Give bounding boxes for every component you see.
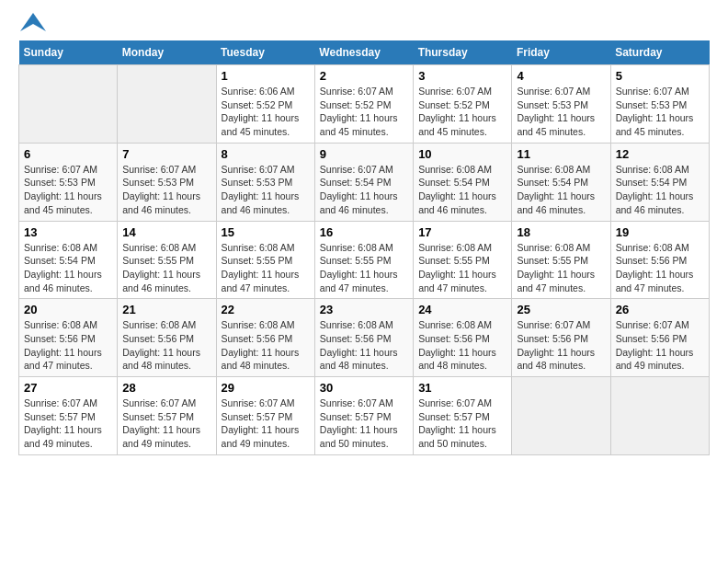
day-info: Sunrise: 6:07 AMSunset: 5:53 PMDaylight:…: [122, 163, 210, 217]
day-info: Sunrise: 6:08 AMSunset: 5:54 PMDaylight:…: [24, 241, 112, 295]
calendar-cell: 12Sunrise: 6:08 AMSunset: 5:54 PMDayligh…: [610, 143, 709, 221]
day-info: Sunrise: 6:07 AMSunset: 5:53 PMDaylight:…: [517, 85, 605, 139]
day-number: 26: [616, 303, 704, 316]
day-number: 31: [418, 381, 506, 395]
logo: [18, 18, 46, 31]
calendar-cell: 3Sunrise: 6:07 AMSunset: 5:52 PMDaylight…: [414, 65, 512, 144]
day-number: 11: [517, 147, 605, 161]
day-number: 15: [222, 225, 310, 239]
calendar-cell: 7Sunrise: 6:07 AMSunset: 5:53 PMDaylight…: [118, 143, 216, 221]
day-info: Sunrise: 6:08 AMSunset: 5:54 PMDaylight:…: [418, 163, 506, 217]
calendar-cell: 20Sunrise: 6:08 AMSunset: 5:56 PMDayligh…: [19, 299, 118, 377]
calendar-cell: 1Sunrise: 6:06 AMSunset: 5:52 PMDaylight…: [216, 65, 314, 144]
day-info: Sunrise: 6:08 AMSunset: 5:56 PMDaylight:…: [222, 318, 310, 373]
column-header-tuesday: Tuesday: [216, 40, 314, 65]
day-number: 24: [418, 303, 506, 316]
column-header-saturday: Saturday: [610, 40, 709, 65]
day-info: Sunrise: 6:06 AMSunset: 5:52 PMDaylight:…: [222, 85, 310, 139]
calendar-cell: 23Sunrise: 6:08 AMSunset: 5:56 PMDayligh…: [314, 299, 413, 377]
day-info: Sunrise: 6:07 AMSunset: 5:52 PMDaylight:…: [320, 85, 408, 139]
logo-arrow-icon: [20, 13, 46, 31]
day-info: Sunrise: 6:07 AMSunset: 5:57 PMDaylight:…: [418, 396, 506, 451]
day-number: 20: [24, 303, 112, 316]
day-number: 19: [616, 225, 704, 239]
calendar-cell: 14Sunrise: 6:08 AMSunset: 5:55 PMDayligh…: [118, 221, 216, 299]
day-number: 2: [320, 69, 408, 83]
day-number: 13: [24, 225, 112, 239]
day-number: 6: [24, 147, 112, 161]
calendar-cell: 8Sunrise: 6:07 AMSunset: 5:53 PMDaylight…: [216, 143, 314, 221]
calendar-cell: 21Sunrise: 6:08 AMSunset: 5:56 PMDayligh…: [118, 299, 216, 377]
calendar-week-row: 20Sunrise: 6:08 AMSunset: 5:56 PMDayligh…: [19, 299, 710, 377]
day-number: 22: [222, 303, 310, 316]
day-number: 12: [616, 147, 704, 161]
calendar-cell: [610, 377, 709, 455]
column-header-thursday: Thursday: [414, 40, 512, 65]
calendar-table: SundayMondayTuesdayWednesdayThursdayFrid…: [18, 40, 710, 455]
day-number: 17: [418, 225, 506, 239]
calendar-header-row: SundayMondayTuesdayWednesdayThursdayFrid…: [19, 40, 710, 65]
calendar-cell: [19, 65, 118, 144]
day-info: Sunrise: 6:08 AMSunset: 5:55 PMDaylight:…: [122, 241, 210, 295]
day-number: 25: [517, 303, 605, 316]
day-info: Sunrise: 6:08 AMSunset: 5:55 PMDaylight:…: [222, 241, 310, 295]
day-info: Sunrise: 6:07 AMSunset: 5:57 PMDaylight:…: [24, 396, 112, 451]
calendar-cell: 18Sunrise: 6:08 AMSunset: 5:55 PMDayligh…: [512, 221, 610, 299]
day-info: Sunrise: 6:07 AMSunset: 5:53 PMDaylight:…: [616, 85, 704, 139]
calendar-cell: 31Sunrise: 6:07 AMSunset: 5:57 PMDayligh…: [414, 377, 512, 455]
day-number: 28: [122, 381, 210, 395]
day-number: 23: [320, 303, 408, 316]
day-number: 27: [24, 381, 112, 395]
calendar-cell: 29Sunrise: 6:07 AMSunset: 5:57 PMDayligh…: [216, 377, 314, 455]
day-number: 9: [320, 147, 408, 161]
calendar-cell: 19Sunrise: 6:08 AMSunset: 5:56 PMDayligh…: [610, 221, 709, 299]
calendar-cell: 13Sunrise: 6:08 AMSunset: 5:54 PMDayligh…: [19, 221, 118, 299]
day-number: 3: [418, 69, 506, 83]
svg-marker-0: [20, 13, 46, 31]
day-number: 10: [418, 147, 506, 161]
day-info: Sunrise: 6:07 AMSunset: 5:56 PMDaylight:…: [616, 318, 704, 373]
day-info: Sunrise: 6:08 AMSunset: 5:56 PMDaylight:…: [418, 318, 506, 373]
page-header: [18, 18, 710, 31]
calendar-cell: [512, 377, 610, 455]
day-number: 7: [122, 147, 210, 161]
day-info: Sunrise: 6:07 AMSunset: 5:57 PMDaylight:…: [320, 396, 408, 451]
calendar-cell: 16Sunrise: 6:08 AMSunset: 5:55 PMDayligh…: [314, 221, 413, 299]
calendar-week-row: 6Sunrise: 6:07 AMSunset: 5:53 PMDaylight…: [19, 143, 710, 221]
day-number: 30: [320, 381, 408, 395]
calendar-cell: 2Sunrise: 6:07 AMSunset: 5:52 PMDaylight…: [314, 65, 413, 144]
column-header-sunday: Sunday: [19, 40, 118, 65]
day-info: Sunrise: 6:08 AMSunset: 5:55 PMDaylight:…: [517, 241, 605, 295]
calendar-cell: 6Sunrise: 6:07 AMSunset: 5:53 PMDaylight…: [19, 143, 118, 221]
calendar-cell: 9Sunrise: 6:07 AMSunset: 5:54 PMDaylight…: [314, 143, 413, 221]
day-number: 5: [616, 69, 704, 83]
day-info: Sunrise: 6:07 AMSunset: 5:52 PMDaylight:…: [418, 85, 506, 139]
day-info: Sunrise: 6:07 AMSunset: 5:53 PMDaylight:…: [222, 163, 310, 217]
day-number: 4: [517, 69, 605, 83]
calendar-cell: 4Sunrise: 6:07 AMSunset: 5:53 PMDaylight…: [512, 65, 610, 144]
day-number: 18: [517, 225, 605, 239]
day-info: Sunrise: 6:08 AMSunset: 5:56 PMDaylight:…: [122, 318, 210, 373]
column-header-monday: Monday: [118, 40, 216, 65]
day-number: 1: [222, 69, 310, 83]
calendar-cell: 10Sunrise: 6:08 AMSunset: 5:54 PMDayligh…: [414, 143, 512, 221]
calendar-cell: [118, 65, 216, 144]
day-info: Sunrise: 6:08 AMSunset: 5:55 PMDaylight:…: [320, 241, 408, 295]
column-header-friday: Friday: [512, 40, 610, 65]
calendar-week-row: 13Sunrise: 6:08 AMSunset: 5:54 PMDayligh…: [19, 221, 710, 299]
calendar-cell: 5Sunrise: 6:07 AMSunset: 5:53 PMDaylight…: [610, 65, 709, 144]
day-info: Sunrise: 6:07 AMSunset: 5:54 PMDaylight:…: [320, 163, 408, 217]
calendar-cell: 25Sunrise: 6:07 AMSunset: 5:56 PMDayligh…: [512, 299, 610, 377]
day-info: Sunrise: 6:08 AMSunset: 5:56 PMDaylight:…: [24, 318, 112, 373]
day-info: Sunrise: 6:07 AMSunset: 5:56 PMDaylight:…: [517, 318, 605, 373]
day-number: 16: [320, 225, 408, 239]
day-number: 29: [222, 381, 310, 395]
day-info: Sunrise: 6:08 AMSunset: 5:55 PMDaylight:…: [418, 241, 506, 295]
day-number: 14: [122, 225, 210, 239]
calendar-cell: 27Sunrise: 6:07 AMSunset: 5:57 PMDayligh…: [19, 377, 118, 455]
calendar-cell: 30Sunrise: 6:07 AMSunset: 5:57 PMDayligh…: [314, 377, 413, 455]
day-info: Sunrise: 6:08 AMSunset: 5:54 PMDaylight:…: [517, 163, 605, 217]
calendar-cell: 26Sunrise: 6:07 AMSunset: 5:56 PMDayligh…: [610, 299, 709, 377]
day-number: 8: [222, 147, 310, 161]
day-info: Sunrise: 6:07 AMSunset: 5:53 PMDaylight:…: [24, 163, 112, 217]
